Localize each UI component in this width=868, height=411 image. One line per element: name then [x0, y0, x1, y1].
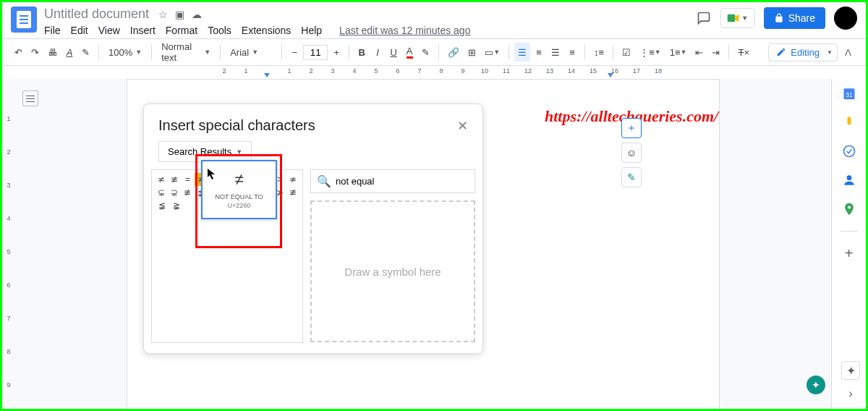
font-size-decrease[interactable]: − — [287, 43, 302, 62]
char-cell[interactable] — [184, 199, 198, 212]
char-cell[interactable]: ⊋ — [168, 186, 181, 199]
highlight-button[interactable]: ✎ — [418, 43, 433, 62]
bold-button[interactable]: B — [354, 43, 369, 62]
special-characters-dialog: Insert special characters ✕ Search Resul… — [143, 103, 483, 354]
tooltip-name: NOT EQUAL TO — [207, 193, 271, 200]
contacts-icon[interactable] — [842, 173, 856, 187]
undo-button[interactable]: ↶ — [11, 43, 26, 62]
line-spacing-button[interactable]: ↕≡ — [590, 43, 608, 62]
horizontal-ruler[interactable]: 21123456789101112131415161718 — [33, 66, 835, 79]
align-center-button[interactable]: ≡ — [532, 43, 546, 62]
add-comment-button[interactable]: ⊞ — [464, 43, 480, 62]
character-tooltip: ≠ NOT EQUAL TO U+2260 — [201, 160, 277, 219]
star-icon[interactable]: ☆ — [158, 9, 168, 20]
add-comment-reaction-button[interactable]: ＋ — [621, 118, 642, 138]
char-cell[interactable]: = — [181, 173, 194, 186]
toolbar: ↶ ↷ 🖶 A ✎ 100%▼ Normal text▼ Arial▼ − + … — [2, 38, 866, 66]
redo-button[interactable]: ↷ — [27, 43, 43, 62]
char-cell[interactable]: ≉ — [286, 173, 299, 186]
emoji-reaction-button[interactable]: ☺ — [621, 143, 642, 163]
menu-extensions[interactable]: Extensions — [242, 25, 291, 36]
category-dropdown[interactable]: Search Results▼ — [158, 141, 252, 162]
font-size-input[interactable] — [303, 45, 328, 60]
character-search[interactable]: 🔍 — [310, 169, 475, 193]
indent-decrease-button[interactable]: ⇤ — [692, 43, 707, 62]
search-icon: 🔍 — [317, 174, 331, 188]
vertical-ruler[interactable]: 123456789101112 — [2, 79, 15, 411]
editing-mode-button[interactable]: Editing — [768, 43, 838, 62]
char-cell[interactable]: ≢ — [181, 186, 194, 199]
last-edit-link[interactable]: Last edit was 12 minutes ago — [339, 25, 470, 36]
menu-insert[interactable]: Insert — [130, 25, 156, 36]
header: Untitled document ☆ ▣ ☁ File Edit View I… — [2, 2, 866, 38]
char-cell[interactable]: ≩ — [169, 199, 184, 212]
show-side-panel-button[interactable]: ✦ — [841, 361, 860, 380]
dialog-title: Insert special characters — [158, 117, 315, 134]
tasks-icon[interactable] — [842, 144, 856, 158]
print-button[interactable]: 🖶 — [44, 43, 61, 62]
svg-rect-0 — [728, 14, 736, 22]
document-title[interactable]: Untitled document — [44, 7, 149, 22]
style-select[interactable]: Normal text▼ — [157, 40, 215, 64]
move-icon[interactable]: ▣ — [175, 9, 184, 20]
text-color-button[interactable]: A — [402, 43, 417, 62]
share-button[interactable]: Share — [764, 7, 825, 29]
paint-format-button[interactable]: ✎ — [78, 43, 93, 62]
menu-tools[interactable]: Tools — [208, 25, 231, 36]
comment-reactions: ＋ ☺ ✎ — [621, 118, 642, 187]
align-justify-button[interactable]: ≡ — [565, 43, 579, 62]
menubar: File Edit View Insert Format Tools Exten… — [44, 25, 696, 36]
account-avatar[interactable] — [834, 7, 857, 30]
bulleted-list-button[interactable]: ⋮≡▼ — [636, 43, 665, 62]
char-cell[interactable]: ≭ — [155, 173, 168, 186]
draw-symbol-area[interactable]: Draw a symbol here — [310, 200, 475, 342]
comment-history-icon[interactable] — [696, 10, 712, 26]
char-cell[interactable]: ≇ — [286, 186, 299, 199]
collapse-toolbar-button[interactable]: ᐱ — [839, 44, 857, 61]
numbered-list-button[interactable]: 1≡▼ — [666, 43, 691, 62]
menu-view[interactable]: View — [98, 25, 120, 36]
calendar-icon[interactable]: 31 — [842, 86, 856, 101]
share-label: Share — [788, 12, 815, 24]
indent-marker-left[interactable] — [264, 73, 270, 77]
svg-point-4 — [846, 175, 851, 180]
menu-file[interactable]: File — [44, 25, 61, 36]
insert-image-button[interactable]: ▭▼ — [481, 43, 503, 62]
docs-logo[interactable] — [11, 7, 37, 33]
tooltip-char: ≠ — [207, 170, 271, 189]
side-panel-toggle[interactable]: › — [848, 387, 852, 400]
menu-format[interactable]: Format — [166, 25, 197, 36]
underline-button[interactable]: U — [386, 43, 401, 62]
char-cell[interactable]: ≨ — [155, 199, 169, 212]
font-size-increase[interactable]: + — [329, 43, 344, 62]
addons-icon[interactable]: + — [842, 246, 856, 260]
font-select[interactable]: Arial▼ — [226, 46, 276, 59]
indent-increase-button[interactable]: ⇥ — [708, 43, 723, 62]
menu-help[interactable]: Help — [301, 25, 322, 36]
svg-text:31: 31 — [846, 91, 853, 98]
explore-button[interactable]: ✦ — [807, 376, 825, 394]
meet-button[interactable]: ▼ — [720, 8, 755, 28]
keep-icon[interactable] — [842, 115, 856, 130]
clear-formatting-button[interactable]: T× — [734, 43, 753, 62]
align-right-button[interactable]: ☰ — [548, 43, 563, 62]
svg-point-3 — [843, 146, 854, 157]
char-cell[interactable]: ≢ — [168, 173, 181, 186]
dialog-close-button[interactable]: ✕ — [457, 118, 468, 134]
svg-point-5 — [847, 206, 850, 208]
tooltip-code: U+2260 — [207, 202, 271, 209]
menu-edit[interactable]: Edit — [71, 25, 88, 36]
maps-icon[interactable] — [842, 202, 856, 216]
spellcheck-button[interactable]: A — [62, 43, 77, 62]
char-cell[interactable]: ⊊ — [155, 186, 168, 199]
align-left-button[interactable]: ☰ — [514, 43, 530, 62]
link-button[interactable]: 🔗 — [444, 43, 463, 62]
checklist-button[interactable]: ☑ — [618, 43, 634, 62]
suggest-edit-button[interactable]: ✎ — [621, 167, 642, 187]
cloud-icon[interactable]: ☁ — [192, 9, 202, 20]
zoom-select[interactable]: 100%▼ — [104, 46, 146, 59]
search-input[interactable] — [336, 176, 469, 187]
italic-button[interactable]: I — [370, 43, 385, 62]
indent-marker-right[interactable] — [608, 73, 613, 77]
